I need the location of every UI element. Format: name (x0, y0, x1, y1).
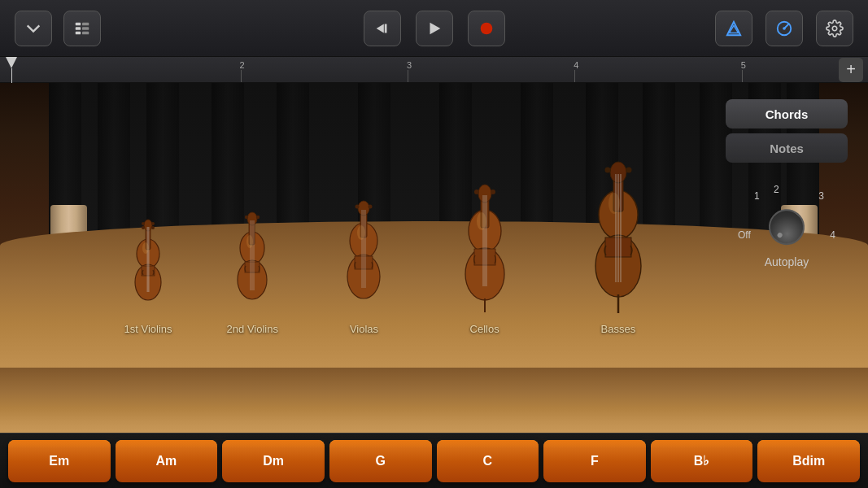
svg-point-27 (142, 242, 149, 254)
knob-dot (776, 232, 783, 238)
rewind-button[interactable] (364, 11, 401, 46)
tracks-button[interactable] (63, 11, 101, 46)
svg-rect-0 (76, 22, 81, 25)
instrument-basses[interactable]: Basses (574, 156, 663, 335)
chord-button-7[interactable]: Bdim (757, 440, 860, 482)
violin1-image (124, 217, 172, 318)
settings-button[interactable] (816, 11, 853, 46)
chord-button-5[interactable]: F (543, 440, 646, 482)
knob-label-4: 4 (830, 229, 835, 241)
violin1-label: 1st Violins (124, 323, 172, 335)
toolbar-center (364, 11, 505, 46)
chord-button-1[interactable]: Am (116, 440, 218, 482)
svg-point-14 (832, 26, 837, 31)
stage-container: 1st Violins (0, 83, 868, 433)
chord-button-6[interactable]: B♭ (651, 440, 753, 482)
chord-button-4[interactable]: C (437, 440, 539, 482)
svg-point-26 (151, 226, 155, 229)
ruler-marker-3: 3 (407, 60, 412, 70)
instrument-2nd-violins[interactable]: 2nd Violins (225, 209, 280, 335)
svg-point-13 (783, 27, 786, 30)
svg-point-25 (142, 226, 145, 229)
chord-bar: EmAmDmGCFB♭Bdim (0, 433, 868, 488)
svg-rect-7 (384, 24, 386, 33)
autoplay-label: Autoplay (765, 255, 809, 268)
svg-rect-3 (82, 22, 89, 25)
svg-point-36 (245, 216, 248, 219)
svg-point-9 (480, 22, 492, 34)
violin2-label: 2nd Violins (227, 323, 278, 335)
svg-marker-8 (430, 22, 440, 34)
svg-point-59 (474, 190, 479, 194)
svg-rect-2 (76, 31, 81, 34)
svg-point-47 (355, 205, 360, 209)
svg-rect-4 (82, 27, 89, 30)
svg-point-71 (604, 168, 610, 173)
cello-label: Cellos (470, 323, 499, 335)
chord-button-3[interactable]: G (329, 440, 432, 482)
svg-point-37 (256, 216, 260, 219)
chord-button-0[interactable]: Em (8, 440, 111, 482)
viola-label: Violas (350, 323, 378, 335)
instrument-cellos[interactable]: Cellos (448, 181, 521, 335)
knob-label-3: 3 (818, 190, 824, 202)
svg-point-60 (491, 190, 495, 194)
play-button[interactable] (416, 11, 453, 46)
cello-image (448, 181, 521, 318)
svg-point-73 (608, 193, 620, 214)
toolbar (0, 0, 868, 57)
add-track-button[interactable]: + (839, 58, 863, 82)
autoplay-knob-container: Off 1 2 3 4 (738, 184, 835, 249)
bass-label: Basses (601, 323, 636, 335)
svg-point-72 (626, 168, 631, 173)
chords-button[interactable]: Chords (726, 99, 848, 129)
notes-button[interactable]: Notes (726, 133, 848, 163)
autoplay-section: Off 1 2 3 4 Autoplay (722, 184, 852, 268)
ruler-marker-4: 4 (574, 60, 578, 70)
timeline[interactable]: 2 3 4 5 + (0, 57, 868, 83)
ruler-marker-5: 5 (741, 60, 746, 70)
bass-image (574, 156, 663, 318)
instrument-1st-violins[interactable]: 1st Violins (124, 217, 172, 335)
svg-rect-1 (76, 27, 81, 30)
right-panel: Chords Notes Off 1 2 3 4 Autoplay (705, 83, 868, 433)
svg-rect-5 (82, 31, 89, 34)
knob-label-1: 1 (754, 190, 760, 202)
record-button[interactable] (468, 11, 505, 46)
violin2-image (225, 209, 280, 318)
playhead[interactable] (7, 57, 16, 83)
dropdown-button[interactable] (15, 11, 52, 46)
svg-point-49 (357, 225, 365, 240)
chord-button-2[interactable]: Dm (222, 440, 325, 482)
svg-point-23 (142, 222, 145, 225)
timeline-ruler[interactable]: 2 3 4 5 (3, 57, 839, 82)
knob-label-off: Off (738, 229, 751, 241)
svg-point-48 (369, 205, 373, 209)
instrument-violas[interactable]: Violas (332, 197, 395, 335)
tempo-button[interactable] (765, 11, 803, 46)
svg-point-24 (151, 222, 155, 225)
ruler-marker-2: 2 (240, 60, 245, 70)
alchemy-button[interactable] (715, 11, 752, 46)
knob-label-2: 2 (774, 184, 779, 195)
svg-marker-6 (376, 24, 383, 33)
svg-point-61 (477, 212, 486, 230)
toolbar-left (15, 11, 101, 46)
instruments-area: 1st Violins (81, 156, 705, 335)
svg-point-38 (246, 235, 253, 248)
viola-image (332, 197, 395, 318)
toolbar-right (715, 11, 853, 46)
